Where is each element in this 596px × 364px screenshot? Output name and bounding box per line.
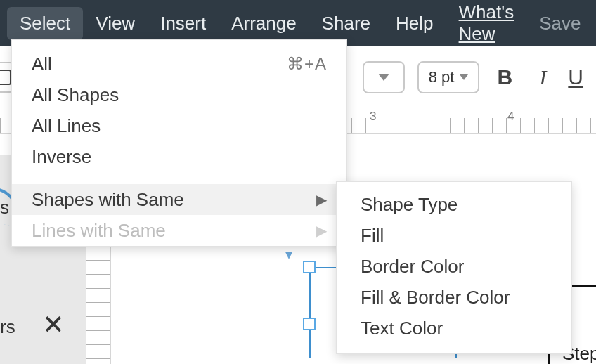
submenu-item-fill[interactable]: Fill	[337, 220, 571, 251]
close-icon[interactable]: ✕	[42, 309, 65, 340]
submenu-item-border-color[interactable]: Border Color	[337, 251, 571, 282]
menu-select[interactable]: Select	[7, 7, 83, 40]
menu-item-label: All Lines	[32, 115, 101, 137]
selection-handle[interactable]	[303, 318, 316, 330]
chevron-down-icon	[378, 74, 389, 81]
ruler-label: 3	[370, 110, 376, 124]
menu-share[interactable]: Share	[309, 7, 383, 40]
menu-item-shortcut: ⌘+A	[287, 54, 327, 74]
chevron-down-icon	[460, 74, 468, 80]
menu-item-label: All	[32, 53, 52, 75]
menu-item-label: Text Color	[361, 318, 443, 339]
menu-arrange[interactable]: Arrange	[219, 7, 309, 40]
menu-item-all-lines[interactable]: All Lines	[12, 110, 346, 141]
menu-insert[interactable]: Insert	[148, 7, 219, 40]
menu-item-all[interactable]: All ⌘+A	[12, 48, 346, 79]
selection-handle[interactable]	[303, 261, 316, 273]
menu-item-label: Inverse	[32, 146, 91, 168]
menu-item-shapes-with-same[interactable]: Shapes with Same ▶	[12, 184, 346, 215]
submenu-item-text-color[interactable]: Text Color	[337, 313, 571, 344]
menu-item-label: Shapes with Same	[32, 189, 184, 211]
select-menu-dropdown: All ⌘+A All Shapes All Lines Inverse Sha…	[11, 39, 347, 247]
bold-button[interactable]: B	[492, 65, 517, 89]
menu-item-label: Border Color	[361, 256, 464, 278]
menu-item-lines-with-same: Lines with Same ▶	[12, 215, 346, 246]
menu-save[interactable]: Save	[526, 7, 593, 40]
selection-edge	[309, 267, 311, 358]
menu-whats-new[interactable]: What's New	[446, 0, 527, 51]
ruler-label: 4	[507, 110, 514, 124]
menu-item-all-shapes[interactable]: All Shapes	[12, 79, 346, 110]
chevron-right-icon: ▶	[316, 191, 327, 208]
square-icon	[0, 70, 11, 85]
submenu-item-fill-border-color[interactable]: Fill & Border Color	[337, 282, 571, 313]
connector-arrow-icon: ▾	[285, 246, 292, 263]
menu-item-label: Fill	[361, 225, 384, 247]
menu-item-label: All Shapes	[32, 84, 119, 106]
shapes-with-same-submenu: Shape Type Fill Border Color Fill & Bord…	[336, 181, 572, 354]
menu-help[interactable]: Help	[383, 7, 446, 40]
font-size-value: 8 pt	[429, 68, 455, 86]
menu-item-label: Lines with Same	[32, 220, 166, 242]
dropdown-button[interactable]	[363, 61, 405, 93]
font-size-selector[interactable]: 8 pt	[417, 61, 480, 93]
chevron-right-icon: ▶	[316, 222, 327, 239]
underline-button[interactable]: U	[568, 65, 583, 89]
menu-item-label: Shape Type	[361, 194, 458, 216]
menu-item-inverse[interactable]: Inverse	[12, 141, 346, 172]
submenu-item-shape-type[interactable]: Shape Type	[337, 189, 571, 220]
menu-item-label: Fill & Border Color	[361, 287, 510, 308]
menu-view[interactable]: View	[83, 7, 148, 40]
menu-separator	[12, 178, 346, 178]
left-panel-text-fragment: s	[0, 197, 9, 219]
left-panel-text-fragment: rs	[0, 316, 15, 338]
italic-button[interactable]: I	[530, 65, 555, 89]
